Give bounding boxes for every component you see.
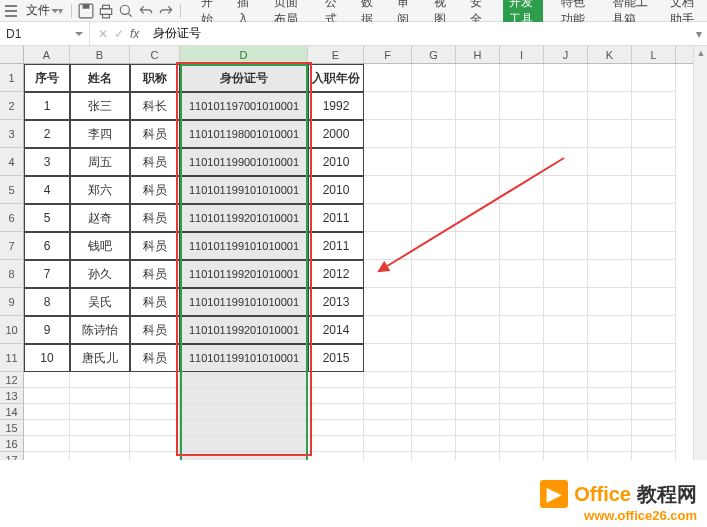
cell[interactable] <box>412 260 456 288</box>
cell[interactable] <box>632 404 676 420</box>
undo-icon[interactable] <box>138 3 154 19</box>
cell[interactable]: 姓名 <box>70 64 130 92</box>
cell[interactable]: 2013 <box>308 288 364 316</box>
cell[interactable] <box>180 372 308 388</box>
cell[interactable] <box>544 316 588 344</box>
cell[interactable] <box>588 344 632 372</box>
cell[interactable]: 110101199201010001 <box>180 204 308 232</box>
cell[interactable] <box>70 388 130 404</box>
cell[interactable]: 科员 <box>130 232 180 260</box>
column-header[interactable]: G <box>412 46 456 63</box>
row-header[interactable]: 4 <box>0 148 24 176</box>
cell[interactable]: 2010 <box>308 148 364 176</box>
cell[interactable] <box>544 344 588 372</box>
cell[interactable] <box>364 452 412 460</box>
scroll-up-icon[interactable]: ▲ <box>694 46 707 60</box>
cell[interactable] <box>456 120 500 148</box>
row-header[interactable]: 11 <box>0 344 24 372</box>
cell[interactable] <box>544 260 588 288</box>
cell[interactable] <box>456 344 500 372</box>
cell[interactable]: 110101197001010001 <box>180 92 308 120</box>
formula-accept-icon[interactable]: ✓ <box>114 27 124 41</box>
cell[interactable] <box>412 452 456 460</box>
cell[interactable]: 110101199101010001 <box>180 288 308 316</box>
cell[interactable]: 110101199101010001 <box>180 344 308 372</box>
cell[interactable]: 4 <box>24 176 70 204</box>
cell[interactable] <box>632 120 676 148</box>
cell[interactable]: 周五 <box>70 148 130 176</box>
column-header[interactable]: H <box>456 46 500 63</box>
cell[interactable] <box>456 420 500 436</box>
cell[interactable] <box>364 232 412 260</box>
row-header[interactable]: 14 <box>0 404 24 420</box>
cell[interactable] <box>130 388 180 404</box>
cell[interactable] <box>364 288 412 316</box>
cell[interactable] <box>544 204 588 232</box>
cell[interactable]: 唐氏儿 <box>70 344 130 372</box>
cell[interactable] <box>456 204 500 232</box>
cell[interactable] <box>412 372 456 388</box>
column-header[interactable]: A <box>24 46 70 63</box>
cell[interactable] <box>500 176 544 204</box>
cell[interactable] <box>456 372 500 388</box>
cell[interactable] <box>180 420 308 436</box>
cell[interactable]: 孙久 <box>70 260 130 288</box>
cell[interactable] <box>632 232 676 260</box>
cell[interactable] <box>412 436 456 452</box>
cell[interactable] <box>544 420 588 436</box>
row-header[interactable]: 13 <box>0 388 24 404</box>
column-header[interactable]: B <box>70 46 130 63</box>
cell[interactable]: 郑六 <box>70 176 130 204</box>
cell[interactable] <box>544 148 588 176</box>
cell[interactable] <box>632 288 676 316</box>
cell[interactable] <box>24 388 70 404</box>
cell[interactable]: 2011 <box>308 204 364 232</box>
cell[interactable] <box>500 436 544 452</box>
cell[interactable]: 2012 <box>308 260 364 288</box>
cell[interactable] <box>180 452 308 460</box>
row-header[interactable]: 3 <box>0 120 24 148</box>
cell[interactable]: 2 <box>24 120 70 148</box>
cell[interactable] <box>588 372 632 388</box>
cell[interactable]: 序号 <box>24 64 70 92</box>
cell[interactable] <box>24 372 70 388</box>
cell[interactable]: 8 <box>24 288 70 316</box>
cell[interactable]: 1992 <box>308 92 364 120</box>
column-header[interactable]: L <box>632 46 676 63</box>
formula-expand-icon[interactable]: ▾ <box>691 27 707 41</box>
row-header[interactable]: 1 <box>0 64 24 92</box>
cell[interactable] <box>24 420 70 436</box>
cell[interactable] <box>500 452 544 460</box>
cell[interactable] <box>544 372 588 388</box>
cell[interactable] <box>544 388 588 404</box>
cell[interactable] <box>456 288 500 316</box>
cell[interactable] <box>632 176 676 204</box>
cell[interactable]: 陈诗怡 <box>70 316 130 344</box>
cell[interactable]: 职称 <box>130 64 180 92</box>
column-header[interactable]: F <box>364 46 412 63</box>
select-all-corner[interactable] <box>0 46 24 63</box>
cell[interactable]: 9 <box>24 316 70 344</box>
formula-cancel-icon[interactable]: ✕ <box>98 27 108 41</box>
fx-icon[interactable]: fx <box>130 27 139 41</box>
redo-icon[interactable] <box>158 3 174 19</box>
cell[interactable] <box>632 388 676 404</box>
cell[interactable] <box>364 436 412 452</box>
cell[interactable] <box>180 436 308 452</box>
cell[interactable] <box>588 120 632 148</box>
cell[interactable] <box>412 204 456 232</box>
row-header[interactable]: 2 <box>0 92 24 120</box>
cell[interactable]: 入职年份 <box>308 64 364 92</box>
cell[interactable] <box>364 388 412 404</box>
save-icon[interactable] <box>78 3 94 19</box>
cell[interactable] <box>588 232 632 260</box>
cell[interactable] <box>70 420 130 436</box>
column-header[interactable]: C <box>130 46 180 63</box>
cell[interactable] <box>412 316 456 344</box>
cell[interactable] <box>544 452 588 460</box>
cell[interactable]: 科员 <box>130 148 180 176</box>
row-header[interactable]: 7 <box>0 232 24 260</box>
cell[interactable] <box>364 420 412 436</box>
column-header[interactable]: E <box>308 46 364 63</box>
cell[interactable] <box>364 372 412 388</box>
